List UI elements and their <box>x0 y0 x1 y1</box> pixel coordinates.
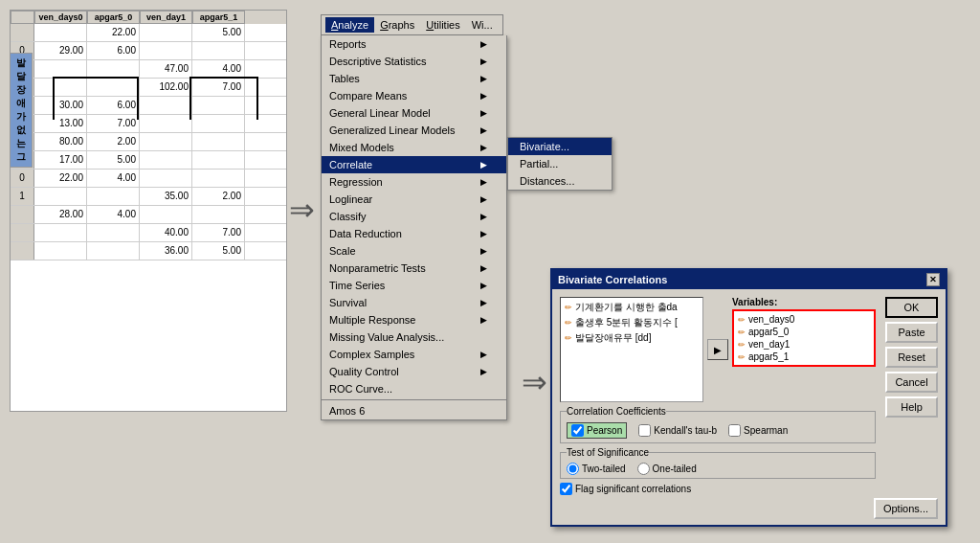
menu-item-loglinear[interactable]: Loglinear ▶ <box>322 191 506 208</box>
menu-item-tables[interactable]: Tables ▶ <box>322 70 506 87</box>
two-tailed-label[interactable]: Two-tailed <box>567 463 626 475</box>
col-header-ven-day1: ven_day1 <box>140 11 192 24</box>
spearman-checkbox[interactable] <box>728 424 741 437</box>
two-tailed-text: Two-tailed <box>582 464 626 474</box>
cancel-button[interactable]: Cancel <box>885 372 938 393</box>
cell <box>140 115 192 132</box>
reset-button[interactable]: Reset <box>885 347 938 368</box>
cell: 7.00 <box>192 79 245 96</box>
one-tailed-label[interactable]: One-tailed <box>637 463 697 475</box>
menu-item-multiple-response[interactable]: Multiple Response ▶ <box>322 311 506 328</box>
help-button[interactable]: Help <box>885 396 938 418</box>
cell: 22.00 <box>87 24 140 41</box>
var-label-3: ven_day1 <box>748 339 790 350</box>
amos-label: Amos 6 <box>329 405 365 417</box>
paste-button[interactable]: Paste <box>885 322 938 343</box>
menu-item-missing-value[interactable]: Missing Value Analysis... <box>322 328 506 346</box>
analyze-menu-item[interactable]: Analyze <box>325 17 374 33</box>
two-tailed-radio[interactable] <box>567 463 579 475</box>
kendall-checkbox-label[interactable]: Kendall's tau-b <box>638 424 717 437</box>
menu-item-amos[interactable]: Amos 6 <box>322 402 506 419</box>
transfer-arrow-button[interactable]: ▶ <box>707 339 728 360</box>
complex-samples-label: Complex Samples <box>329 349 414 360</box>
window-menu-item[interactable]: Wi... <box>466 17 499 33</box>
menu-item-genlinear[interactable]: Generalized Linear Models ▶ <box>322 122 506 139</box>
menu-item-classify[interactable]: Classify ▶ <box>322 208 506 225</box>
tables-arrow: ▶ <box>480 74 487 83</box>
regression-label: Regression <box>329 176 383 188</box>
cell <box>34 24 87 41</box>
survival-label: Survival <box>329 297 367 308</box>
menu-item-scale[interactable]: Scale ▶ <box>322 242 506 260</box>
menu-item-quality-control[interactable]: Quality Control ▶ <box>322 363 506 380</box>
test-of-significance-group: Test of Significance Two-tailed One-tail… <box>560 447 876 479</box>
dialog-title: Bivariate Correlations <box>558 274 667 285</box>
cell: 2.00 <box>192 188 245 205</box>
utilities-menu-item[interactable]: Utilities <box>420 17 465 33</box>
ok-button[interactable]: OK <box>885 297 938 318</box>
menu-item-complex-samples[interactable]: Complex Samples ▶ <box>322 346 506 363</box>
var-item-4: ✏ apgar5_1 <box>736 351 872 363</box>
cell: 47.00 <box>140 60 192 78</box>
menu-item-compare-means[interactable]: Compare Means ▶ <box>322 87 506 104</box>
missing-value-label: Missing Value Analysis... <box>329 331 444 343</box>
var-item-3: ✏ ven_day1 <box>736 338 872 351</box>
var-label-1: ven_days0 <box>748 314 794 325</box>
source-variable-list[interactable]: ✏ 기계환기를 시행한 출da ✏ 출생후 5분뒤 활동지수 [ ✏ 발달장애유… <box>560 297 703 402</box>
menu-item-glm[interactable]: General Linear Model ▶ <box>322 104 506 122</box>
col-header-rownum <box>11 11 34 24</box>
cell <box>87 79 140 96</box>
table-row: 0 22.00 4.00 <box>11 170 286 188</box>
col-header-apgar5-1: apgar5_1 <box>192 11 245 24</box>
multiple-response-arrow: ▶ <box>480 315 487 325</box>
submenu-item-partial[interactable]: Partial... <box>508 155 612 172</box>
spearman-checkbox-label[interactable]: Spearman <box>728 424 788 437</box>
pencil-icon-3: ✏ <box>565 333 572 343</box>
source-item-3: ✏ 발달장애유무 [dd] <box>563 330 701 346</box>
time-series-label: Time Series <box>329 280 385 291</box>
data-reduction-arrow: ▶ <box>480 229 487 238</box>
variables-list[interactable]: ✏ ven_days0 ✏ apgar5_0 ✏ ven_day1 ✏ <box>732 309 876 367</box>
cell <box>140 24 192 41</box>
dialog-close-button[interactable]: ✕ <box>926 273 940 286</box>
cell: 28.00 <box>34 206 87 223</box>
menu-item-nonparam[interactable]: Nonparametric Tests ▶ <box>322 260 506 277</box>
genlinear-label: Generalized Linear Models <box>329 124 455 136</box>
var-label-2: apgar5_0 <box>748 327 789 337</box>
pearson-checkbox-label[interactable]: Pearson <box>567 422 627 439</box>
data-table: ven_days0 apgar5_0 ven_day1 apgar5_1 22.… <box>10 10 287 412</box>
cell <box>192 170 245 187</box>
flag-correlations-checkbox[interactable] <box>560 483 572 495</box>
cell <box>34 224 87 241</box>
cell <box>192 151 245 169</box>
menu-item-reports[interactable]: Reports ▶ <box>322 35 506 53</box>
graphs-menu-item[interactable]: Graphs <box>374 17 420 33</box>
col-header-ven-days0: ven_days0 <box>34 11 87 24</box>
menu-item-correlate[interactable]: Correlate ▶ <box>322 156 506 173</box>
table-row: 0 80.00 2.00 <box>11 133 286 151</box>
menu-item-survival[interactable]: Survival ▶ <box>322 294 506 311</box>
menu-item-roc[interactable]: ROC Curve... <box>322 380 506 397</box>
pearson-checkbox[interactable] <box>571 424 584 437</box>
menu-item-time-series[interactable]: Time Series ▶ <box>322 277 506 294</box>
menu-item-mixed-models[interactable]: Mixed Models ▶ <box>322 139 506 156</box>
menu-item-regression[interactable]: Regression ▶ <box>322 173 506 191</box>
submenu-item-distances[interactable]: Distances... <box>508 172 612 190</box>
kendall-checkbox[interactable] <box>638 424 651 437</box>
var-pencil-3: ✏ <box>738 340 746 350</box>
one-tailed-radio[interactable] <box>637 463 650 475</box>
cell: 6.00 <box>87 42 140 59</box>
menu-separator <box>322 399 506 400</box>
submenu-item-bivariate[interactable]: Bivariate... <box>508 138 612 155</box>
menu-item-descriptive[interactable]: Descriptive Statistics ▶ <box>322 53 506 70</box>
analyze-dropdown: Reports ▶ Descriptive Statistics ▶ Table… <box>321 35 507 420</box>
connector-line <box>189 77 191 120</box>
options-button[interactable]: Options... <box>874 498 938 519</box>
cell: 22.00 <box>34 170 87 187</box>
scale-label: Scale <box>329 245 356 257</box>
menu-item-data-reduction[interactable]: Data Reduction ▶ <box>322 225 506 242</box>
classify-label: Classify <box>329 211 367 222</box>
roc-label: ROC Curve... <box>329 383 392 395</box>
descriptive-arrow: ▶ <box>480 57 487 66</box>
cell <box>140 42 192 59</box>
